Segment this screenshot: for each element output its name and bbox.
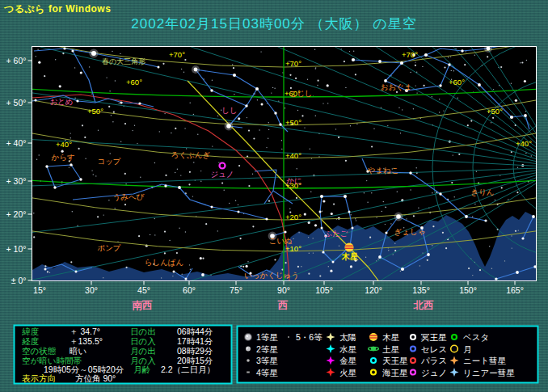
info-value: 17時41分 — [177, 336, 213, 346]
info-label: 月の出 — [130, 346, 156, 356]
constellation-label: かに — [286, 176, 301, 185]
legend-label: 水星 — [339, 344, 357, 354]
legend-label: 2等星 — [256, 344, 278, 354]
alt-axis-label: + 40° — [6, 138, 27, 148]
legend-label: セレス — [421, 344, 447, 354]
legend-label: リニアー彗星 — [463, 368, 515, 377]
info-value: 08時29分 — [177, 346, 213, 356]
az-axis-label: 135° — [412, 285, 430, 295]
legend-label: 木星 — [382, 332, 400, 342]
legend-label: ジュノ — [421, 368, 447, 377]
constellation-label: からす — [51, 153, 74, 162]
legend-panel: 1等星2等星3等星4等星5・6等太陽水星金星火星木星土星天王星海王星冥王星セレス… — [238, 327, 538, 383]
az-axis-label: 60° — [183, 285, 196, 295]
az-axis-label: 90° — [277, 285, 290, 295]
jupiter-icon — [369, 333, 377, 341]
legend-label: 天王星 — [382, 356, 408, 365]
mag1-icon — [244, 333, 252, 341]
legend-label: 金星 — [339, 356, 357, 365]
dec-grid-label: +40° — [285, 151, 301, 160]
info-panel: 緯度＋ 34.7°経度＋135.5°空の状態暗い空が暗い時間帯19時05分～05… — [15, 326, 232, 384]
dec-grid-label: +60° — [126, 78, 142, 86]
legend-label: 3等星 — [256, 356, 278, 365]
info-value: ＋ 34.7° — [70, 327, 100, 336]
legend-label: 太陽 — [339, 332, 356, 342]
dec-grid-label: +70° — [402, 50, 418, 59]
dec-grid-label: +40° — [516, 139, 532, 148]
moon-icon — [451, 345, 458, 352]
legend-label: 5・6等 — [296, 332, 322, 342]
legend-label: 4等星 — [256, 368, 278, 377]
alt-axis-label: + 50° — [6, 98, 27, 107]
dec-grid-label: +10° — [285, 244, 301, 253]
constellation-label: こじし — [289, 89, 312, 98]
jupiter-label: 木星 — [341, 252, 358, 261]
constellation-label: おとめ — [49, 97, 73, 106]
legend-label: ニート彗星 — [463, 356, 506, 365]
mag4-icon — [247, 372, 250, 373]
legend-label: 土星 — [382, 344, 400, 354]
az-axis-label: 30° — [85, 285, 98, 295]
info-label: 日の出 — [130, 327, 156, 336]
dec-grid-label: +50° — [87, 107, 103, 116]
constellation-label: ポンプ — [97, 243, 120, 252]
direction-label: 南西 — [132, 300, 154, 311]
az-axis-label: 120° — [365, 285, 382, 295]
info-value: 2.2（二日月） — [161, 365, 215, 374]
constellation-label: こいぬ — [268, 236, 292, 245]
alt-axis-label: + 10° — [6, 244, 27, 254]
constellation-label: やまねこ — [368, 166, 399, 175]
asterism-label: 春の大三角形 — [102, 57, 145, 65]
info-label: 緯度 — [22, 327, 40, 336]
alt-axis-label: + 30° — [6, 176, 27, 186]
alt-axis-label: + 60° — [6, 56, 27, 65]
info-label: 空の状態 — [22, 346, 57, 356]
jupiter-marker — [345, 243, 354, 252]
legend-label: ベスタ — [463, 332, 489, 342]
constellation-label: らしんばん — [145, 258, 184, 267]
constellation-label: ろくぶんぎ — [171, 150, 211, 159]
dec-grid-label: +20° — [285, 213, 301, 221]
constellation-label: きりん — [470, 188, 494, 196]
dec-grid-label: +70° — [169, 50, 185, 59]
direction-label: 西 — [277, 300, 289, 311]
az-axis-label: 75° — [230, 285, 242, 295]
legend-label: 火星 — [339, 368, 357, 377]
constellation-label: いっかくじゅう — [244, 271, 299, 280]
info-value: 方位角 90° — [75, 373, 116, 383]
constellation-label: ぎょしゃ — [394, 227, 426, 236]
legend-label: 月 — [463, 344, 472, 354]
dec-grid-label: +50° — [487, 107, 503, 116]
info-value: 暗い — [70, 346, 86, 356]
dec-grid-label: +50° — [285, 118, 301, 127]
az-axis-label: 165° — [506, 285, 524, 295]
dec-grid-label: +70° — [285, 59, 301, 68]
star-chart: +70°+60°+50°+40°+70°+60°+50°+40°+30°+20°… — [0, 0, 548, 392]
legend-label: 冥王星 — [421, 332, 447, 342]
constellation-label: コップ — [97, 157, 120, 166]
alt-axis-label: ± 0° — [11, 276, 27, 285]
info-value: ＋135.5° — [70, 336, 103, 346]
legend-label: 1等星 — [256, 332, 278, 342]
az-axis-label: 150° — [459, 285, 477, 295]
mag3-icon — [247, 359, 250, 362]
juno-label: ジュノ — [210, 170, 234, 179]
legend-label: 海王星 — [382, 368, 408, 377]
az-axis-label: 45° — [137, 285, 150, 295]
constellation-label: ふたご — [323, 229, 348, 238]
az-axis-label: 15° — [33, 285, 46, 295]
dec-grid-label: +40° — [56, 140, 72, 149]
planetarium-window: つるぷら for Windows 2002年02月15日03時00分 （大阪） … — [0, 0, 548, 392]
info-label: 経度 — [22, 336, 40, 346]
info-label: 月齢 — [133, 365, 151, 374]
legend-label: パラス — [420, 356, 447, 365]
mag56-icon — [288, 336, 289, 338]
dec-grid-label: +60° — [449, 78, 465, 86]
info-label: 表示方向 — [22, 373, 56, 383]
constellation-label: おおぐま — [381, 82, 412, 91]
constellation-label: うみへび — [113, 192, 145, 201]
alt-axis-label: + 20° — [6, 209, 27, 219]
direction-label: 北西 — [413, 300, 435, 311]
info-value: 06時44分 — [177, 327, 213, 336]
az-axis-label: 105° — [315, 285, 333, 295]
